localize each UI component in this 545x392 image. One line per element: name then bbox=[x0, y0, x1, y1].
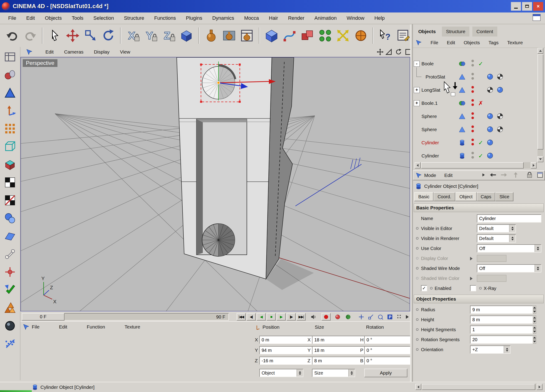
visible-editor-select[interactable]: Default bbox=[477, 224, 516, 233]
coords-menu-file[interactable]: File bbox=[32, 324, 39, 330]
rotation-b-field[interactable] bbox=[364, 357, 407, 365]
render-picture-viewer-button[interactable] bbox=[221, 26, 237, 45]
panel-horizontal-scrollbar[interactable] bbox=[415, 384, 543, 390]
keyframe-dot[interactable] bbox=[416, 267, 419, 270]
particles-icon[interactable] bbox=[2, 336, 18, 351]
panel-grab-icon[interactable] bbox=[23, 324, 30, 330]
visibility-dots[interactable] bbox=[471, 112, 474, 119]
coords-target-select[interactable]: Object bbox=[259, 369, 303, 377]
object-mode-icon[interactable] bbox=[2, 85, 18, 100]
texture-tag-icon[interactable] bbox=[497, 73, 503, 81]
texture-axis-mode-icon[interactable] bbox=[2, 193, 18, 208]
autokey-icon[interactable] bbox=[344, 313, 353, 320]
tree-row-longslat[interactable]: + LongSlat bbox=[413, 84, 537, 96]
edges-mode-icon[interactable] bbox=[2, 139, 18, 154]
plane-icon[interactable] bbox=[2, 229, 18, 243]
visibility-dots[interactable] bbox=[471, 152, 474, 159]
minimize-button[interactable] bbox=[511, 2, 521, 11]
tree-row-sphere1[interactable]: Sphere bbox=[413, 110, 537, 123]
lock-y-axis-button[interactable]: Y bbox=[142, 26, 159, 45]
om-menu-texture[interactable]: Texture bbox=[507, 40, 523, 45]
lock-z-axis-button[interactable]: Z bbox=[161, 26, 177, 45]
model-mode-icon[interactable] bbox=[2, 68, 18, 82]
menu-mocca[interactable]: Mocca bbox=[244, 15, 259, 21]
hypernurbs-button[interactable] bbox=[353, 26, 369, 45]
viewport-canvas[interactable]: Y Z X Perspective bbox=[20, 57, 410, 312]
lock-x-axis-button[interactable]: X bbox=[125, 26, 141, 45]
collapse-icon[interactable]: - bbox=[414, 61, 420, 67]
tree-row-sphere2[interactable]: Sphere bbox=[413, 123, 537, 136]
menu-tools[interactable]: Tools bbox=[72, 15, 83, 21]
content-browser-button[interactable] bbox=[395, 26, 412, 45]
basic-properties-header[interactable]: Basic Properties bbox=[414, 204, 544, 212]
om-menu-tags[interactable]: Tags bbox=[489, 40, 498, 45]
viewport-pan-icon[interactable] bbox=[376, 48, 384, 56]
layout-icon[interactable] bbox=[2, 50, 18, 64]
viewport-rotate-icon[interactable] bbox=[394, 48, 403, 56]
position-x-field[interactable] bbox=[259, 336, 303, 344]
radius-field[interactable] bbox=[470, 306, 503, 314]
pyramids-icon[interactable] bbox=[2, 301, 18, 315]
object-name[interactable]: Cylinder bbox=[421, 150, 439, 162]
visibility-dots[interactable] bbox=[471, 139, 474, 145]
add-spline-button[interactable] bbox=[281, 26, 298, 45]
panel-splitter[interactable] bbox=[410, 24, 413, 382]
height-segments-field[interactable] bbox=[470, 326, 503, 334]
texture-tag-icon[interactable] bbox=[487, 87, 493, 94]
redo-button[interactable] bbox=[22, 26, 39, 45]
expand-icon[interactable]: + bbox=[414, 100, 420, 106]
visibility-dots[interactable] bbox=[471, 99, 474, 106]
key-position-icon[interactable] bbox=[357, 313, 365, 320]
tab-coord[interactable]: Coord. bbox=[434, 192, 455, 201]
coords-menu-texture[interactable]: Texture bbox=[125, 324, 140, 330]
record-button[interactable] bbox=[322, 313, 331, 320]
goto-start-button[interactable]: |◀◀ bbox=[237, 313, 246, 320]
previous-frame-button[interactable]: ◀| bbox=[247, 313, 256, 320]
object-name[interactable]: Boole bbox=[421, 57, 434, 70]
phong-tag-icon[interactable] bbox=[497, 87, 503, 94]
menu-selection[interactable]: Selection bbox=[93, 15, 114, 21]
height-stepper[interactable] bbox=[533, 316, 536, 324]
panel-grab-icon[interactable] bbox=[26, 48, 33, 55]
tab-object[interactable]: Object bbox=[455, 192, 477, 201]
workspace-icon[interactable] bbox=[532, 14, 541, 23]
menu-objects[interactable]: Objects bbox=[45, 15, 62, 21]
orientation-select[interactable]: +Z bbox=[470, 345, 510, 354]
rotation-segments-input[interactable] bbox=[471, 336, 533, 343]
history-back-icon[interactable] bbox=[489, 172, 497, 179]
history-forward-icon[interactable] bbox=[500, 172, 507, 179]
visibility-dots[interactable] bbox=[471, 60, 474, 66]
object-name[interactable]: LongSlat bbox=[421, 84, 440, 96]
size-y-field[interactable] bbox=[312, 346, 355, 354]
scroll-thumb[interactable] bbox=[422, 384, 535, 390]
snap-icon[interactable] bbox=[2, 265, 18, 279]
timeline-handle[interactable]: 0 F bbox=[22, 313, 64, 320]
tab-structure[interactable]: Structure bbox=[442, 27, 469, 36]
tab-caps[interactable]: Caps bbox=[477, 192, 495, 201]
menu-edit[interactable]: Edit bbox=[26, 15, 35, 21]
name-field[interactable] bbox=[477, 214, 541, 223]
tab-slice[interactable]: Slice bbox=[495, 192, 513, 201]
scroll-thumb[interactable] bbox=[538, 54, 543, 150]
key-scale-icon[interactable] bbox=[366, 313, 375, 320]
tree-row-cylinder2[interactable]: Cylinder ✓ bbox=[413, 150, 537, 162]
scale-tool[interactable] bbox=[82, 26, 99, 45]
play-forward-button[interactable]: ▶ bbox=[277, 313, 286, 320]
keyframe-dot[interactable] bbox=[416, 328, 419, 331]
phong-tag-icon[interactable] bbox=[487, 73, 493, 81]
tree-row-boole[interactable]: - Boole ✓ bbox=[413, 57, 537, 70]
tab-content[interactable]: Content bbox=[472, 27, 497, 36]
combo-arrows-icon[interactable] bbox=[509, 235, 515, 242]
keyframe-dot[interactable] bbox=[416, 318, 419, 321]
tab-objects[interactable]: Objects bbox=[414, 27, 440, 36]
menu-plugins[interactable]: Plugins bbox=[186, 15, 202, 21]
key-pla-icon[interactable] bbox=[395, 313, 404, 320]
coords-menu-edit[interactable]: Edit bbox=[59, 324, 67, 330]
rotation-segments-stepper[interactable] bbox=[533, 336, 536, 344]
key-parameter-icon[interactable]: P bbox=[386, 313, 394, 320]
visibility-dots[interactable] bbox=[471, 86, 474, 93]
name-input[interactable] bbox=[477, 215, 541, 222]
tree-row-cylinder-selected[interactable]: Cylinder ✓ bbox=[413, 136, 537, 149]
vp-menu-cameras[interactable]: Cameras bbox=[64, 49, 83, 55]
enabled-checkbox[interactable]: ✓ bbox=[421, 285, 427, 291]
